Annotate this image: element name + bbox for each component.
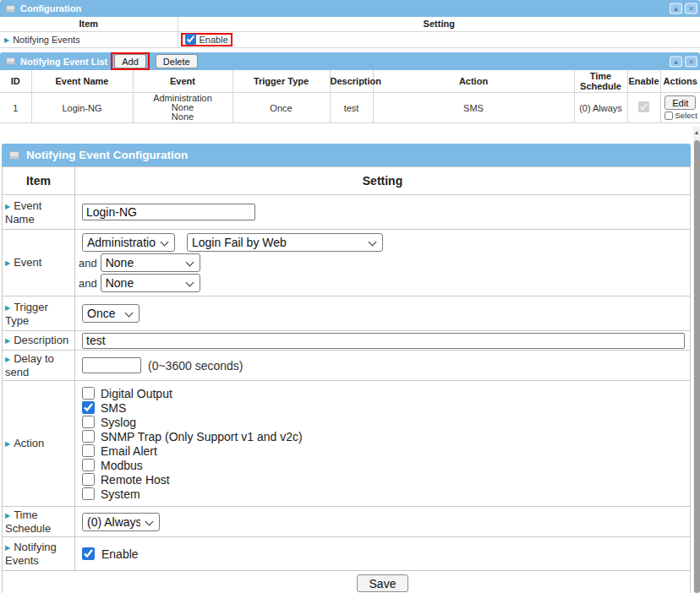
- panel-icon: [6, 57, 15, 65]
- table-row: 1 Login-NG Administration None None Once…: [0, 93, 700, 123]
- action-option[interactable]: Remote Host: [82, 473, 686, 487]
- panel-title: Notifying Event List: [20, 57, 107, 67]
- delay-row: ▶Delay to send (0~3600 seconds): [3, 351, 691, 381]
- event-name-input[interactable]: [82, 204, 255, 220]
- delete-button[interactable]: Delete: [156, 54, 198, 68]
- col-event: Event: [133, 70, 232, 93]
- configuration-panel: Configuration ▲ ✕ Item Setting ▶Notifyin…: [0, 0, 700, 48]
- configuration-table: Item Setting ▶Notifying Events Enable: [0, 17, 700, 48]
- col-actions: Actions: [660, 70, 700, 93]
- row-arrow-icon: ▶: [5, 544, 10, 552]
- row-arrow-icon: ▶: [4, 36, 9, 44]
- action-label: Action: [14, 437, 44, 449]
- action-option-label: Syslog: [101, 416, 136, 429]
- action-option[interactable]: Modbus: [82, 459, 686, 472]
- config-panel-header: Notifying Event Configuration: [2, 144, 691, 166]
- select-label: Select: [675, 111, 697, 120]
- cell-action: SMS: [373, 93, 574, 123]
- column-header-item: Item: [3, 167, 75, 195]
- event-name-row: ▶Event Name: [3, 195, 691, 230]
- event-label: Event: [14, 256, 41, 269]
- action-checkbox[interactable]: [82, 459, 95, 471]
- event-and3-select-wrap: None: [101, 274, 200, 292]
- event-name-label: Event Name: [5, 199, 41, 226]
- notifying-events-row-label: Notifying Events: [13, 35, 79, 45]
- save-button[interactable]: Save: [357, 574, 409, 592]
- cell-actions: Edit Select: [660, 93, 700, 123]
- action-row: ▶Action Digital OutputSMSSyslogSNMP Trap…: [3, 381, 691, 507]
- enable-highlight-box: Enable: [181, 33, 232, 46]
- event-row: ▶Event Administration Login Fail by Web …: [3, 230, 691, 296]
- delay-hint: (0~3600 seconds): [148, 359, 243, 373]
- action-option[interactable]: SNMP Trap (Only Support v1 and v2c): [82, 430, 686, 443]
- event-and2-select-wrap: None: [101, 253, 200, 272]
- row-arrow-icon: ▶: [5, 203, 10, 210]
- add-highlight-box: Add: [111, 52, 150, 70]
- vertical-scrollbar[interactable]: ▲: [693, 127, 700, 593]
- notifying-enable-checkbox[interactable]: [82, 547, 95, 560]
- cell-time-schedule: (0) Always: [574, 93, 627, 123]
- scrollbar-up-arrow-icon[interactable]: ▲: [693, 127, 700, 139]
- row-arrow-icon: ▶: [5, 337, 10, 345]
- and-label: and: [79, 277, 97, 290]
- action-option-label: Email Alert: [101, 444, 157, 458]
- action-option[interactable]: SMS: [82, 401, 686, 415]
- event-list-table: ID Event Name Event Trigger Type Descrip…: [0, 70, 700, 123]
- delay-label: Delay to send: [5, 352, 54, 378]
- cell-enable: [627, 93, 660, 123]
- action-option-label: Digital Output: [101, 387, 172, 400]
- action-option-label: System: [101, 487, 140, 501]
- action-checkbox[interactable]: [82, 430, 95, 443]
- description-input[interactable]: [82, 333, 685, 349]
- row-arrow-icon: ▶: [5, 304, 10, 312]
- col-action: Action: [373, 70, 574, 93]
- close-button[interactable]: ✕: [685, 56, 697, 67]
- row-arrow-icon: ▶: [5, 259, 10, 267]
- row-select-checkbox[interactable]: [664, 112, 673, 120]
- cell-id: 1: [0, 93, 31, 123]
- action-option-label: SMS: [101, 401, 126, 415]
- trigger-type-row: ▶Trigger Type Once: [3, 296, 691, 331]
- action-checkbox[interactable]: [82, 416, 95, 428]
- scrollbar-thumb[interactable]: [694, 140, 700, 593]
- row-arrow-icon: ▶: [5, 512, 10, 520]
- action-option[interactable]: System: [82, 487, 686, 501]
- notifying-events-enable-checkbox[interactable]: [185, 34, 196, 45]
- config-table: Item Setting ▶Event Name ▶Event Administ…: [2, 166, 691, 593]
- action-option[interactable]: Email Alert: [82, 444, 686, 458]
- col-description: Description: [330, 70, 373, 93]
- row-enable-checkbox: [638, 101, 649, 112]
- action-checkbox[interactable]: [82, 473, 95, 486]
- event-and2-select[interactable]: None: [101, 253, 200, 272]
- cell-description: test: [330, 93, 373, 123]
- and-label: and: [79, 257, 97, 269]
- column-header-item: Item: [0, 17, 178, 31]
- notifying-events-row: ▶Notifying Events Enable: [3, 537, 691, 571]
- col-id: ID: [0, 70, 31, 93]
- notifying-events-label: Notifying Events: [5, 541, 57, 567]
- event-and3-select[interactable]: None: [101, 274, 200, 292]
- notifying-event-configuration-panel: Notifying Event Configuration Item Setti…: [2, 144, 691, 593]
- edit-button[interactable]: Edit: [664, 95, 696, 110]
- close-button[interactable]: ✕: [685, 3, 697, 14]
- action-option[interactable]: Syslog: [82, 416, 686, 429]
- add-button[interactable]: Add: [114, 54, 146, 68]
- action-checkbox[interactable]: [82, 487, 95, 500]
- action-checkbox[interactable]: [82, 387, 95, 400]
- action-option[interactable]: Digital Output: [82, 387, 686, 400]
- col-trigger-type: Trigger Type: [232, 70, 330, 93]
- col-enable: Enable: [627, 70, 660, 93]
- collapse-button[interactable]: ▲: [670, 56, 682, 67]
- row-arrow-icon: ▶: [5, 440, 10, 448]
- event-subtype-select[interactable]: Login Fail by Web: [187, 233, 383, 252]
- action-checkbox[interactable]: [82, 401, 95, 414]
- delay-input[interactable]: [82, 357, 141, 373]
- collapse-button[interactable]: ▲: [670, 3, 682, 14]
- time-schedule-select[interactable]: (0) Always: [82, 513, 160, 531]
- cell-trigger-type: Once: [232, 93, 330, 123]
- trigger-type-select[interactable]: Once: [82, 304, 139, 323]
- event-category-select[interactable]: Administration: [82, 233, 175, 252]
- time-schedule-select-wrap: (0) Always: [82, 513, 160, 531]
- time-schedule-label: Time Schedule: [5, 509, 51, 535]
- action-checkbox[interactable]: [82, 444, 95, 457]
